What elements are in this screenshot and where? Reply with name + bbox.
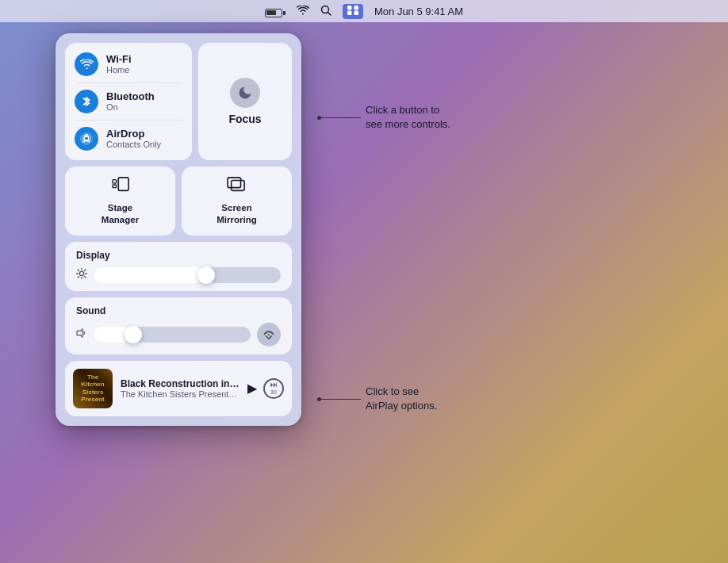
callout-text-airplay: Click to seeAirPlay options. (366, 385, 437, 413)
sound-label: Sound (76, 305, 281, 316)
stage-manager-label: StageManager (102, 202, 139, 226)
display-label: Display (76, 250, 281, 261)
airplay-callout: Click to seeAirPlay options. (317, 385, 437, 413)
volume-icon (76, 328, 87, 340)
top-section: Wi-Fi Home Bluetooth On (65, 43, 292, 160)
wifi-sublabel: Home (106, 65, 132, 75)
stage-manager-icon (111, 176, 130, 198)
album-art: The Kitchen Sisters Present (73, 369, 113, 408)
callout-text-focus: Click a button tosee more controls. (366, 103, 450, 132)
callout-line-airplay (321, 399, 361, 400)
menubar-right-items: Mon Jun 5 9:41 AM (265, 4, 463, 19)
sound-volume-track[interactable] (94, 327, 251, 343)
focus-moon-icon (230, 78, 260, 108)
screen-mirroring-label: ScreenMirroring (216, 202, 256, 226)
wifi-toggle-icon (75, 52, 98, 76)
connectivity-panel: Wi-Fi Home Bluetooth On (65, 43, 192, 160)
focus-panel[interactable]: Focus (198, 43, 292, 160)
middle-section: StageManager ScreenMirroring (65, 167, 292, 236)
svg-line-1 (328, 12, 331, 15)
focus-callout: Click a button tosee more controls. (317, 103, 450, 132)
now-playing-info: Black Reconstruction in America... The K… (121, 378, 239, 399)
wifi-text: Wi-Fi Home (106, 53, 132, 76)
wifi-item[interactable]: Wi-Fi Home (65, 46, 192, 82)
svg-rect-11 (112, 185, 116, 188)
screen-mirroring-icon (227, 176, 247, 198)
play-button[interactable]: ▶ (247, 381, 257, 396)
svg-rect-10 (112, 180, 116, 184)
svg-point-24 (268, 334, 270, 335)
svg-point-7 (82, 135, 91, 144)
sound-section: Sound (65, 297, 292, 354)
skip-forward-icon: ⏭ 30 (270, 381, 278, 395)
now-playing-subtitle: The Kitchen Sisters Present – March 7, 2… (121, 389, 239, 399)
control-center-panel: Wi-Fi Home Bluetooth On (56, 33, 301, 426)
svg-line-19 (78, 270, 79, 271)
stage-manager-button[interactable]: StageManager (65, 167, 175, 236)
skip-forward-button[interactable]: ⏭ 30 (263, 378, 284, 399)
bluetooth-toggle-icon (75, 90, 98, 113)
svg-line-20 (84, 277, 86, 278)
focus-label: Focus (228, 113, 261, 125)
airdrop-label: AirDrop (106, 128, 161, 140)
spotlight-search-icon[interactable] (320, 5, 331, 18)
menu-bar: Mon Jun 5 9:41 AM (0, 0, 728, 22)
bluetooth-label: Bluetooth (106, 90, 155, 103)
display-brightness-slider-container (76, 267, 281, 283)
wifi-label: Wi-Fi (106, 53, 132, 66)
sound-volume-thumb[interactable] (125, 326, 142, 343)
svg-rect-2 (347, 6, 352, 10)
svg-rect-3 (354, 6, 358, 10)
airdrop-toggle-icon (75, 127, 98, 151)
svg-marker-23 (77, 329, 82, 337)
now-playing-section: The Kitchen Sisters Present Black Recons… (65, 361, 292, 416)
menubar-datetime: Mon Jun 5 9:41 AM (374, 6, 463, 17)
airdrop-text: AirDrop Contacts Only (106, 128, 161, 151)
svg-line-21 (84, 270, 86, 271)
display-section: Display (65, 242, 292, 291)
bluetooth-item[interactable]: Bluetooth On (65, 83, 192, 120)
svg-rect-13 (231, 181, 244, 191)
svg-point-14 (79, 272, 83, 276)
wifi-icon (297, 5, 309, 17)
now-playing-title: Black Reconstruction in America... (121, 378, 239, 389)
svg-line-22 (78, 277, 79, 278)
callout-line-focus (321, 117, 361, 118)
sound-row (76, 323, 281, 347)
svg-rect-4 (347, 10, 352, 15)
brightness-icon (76, 268, 87, 282)
airplay-button[interactable] (257, 323, 281, 347)
svg-rect-12 (228, 178, 241, 188)
airdrop-sublabel: Contacts Only (106, 140, 161, 150)
svg-rect-5 (354, 10, 358, 15)
control-center-icon[interactable] (343, 4, 363, 19)
bluetooth-sublabel: On (106, 102, 155, 113)
screen-mirroring-button[interactable]: ScreenMirroring (182, 167, 292, 236)
svg-rect-9 (118, 178, 128, 191)
display-brightness-fill (94, 267, 206, 283)
airdrop-item[interactable]: AirDrop Contacts Only (65, 121, 192, 157)
album-art-image: The Kitchen Sisters Present (73, 369, 113, 408)
battery-icon (265, 5, 285, 17)
display-brightness-thumb[interactable] (197, 266, 215, 284)
now-playing-controls: ▶ ⏭ 30 (247, 378, 284, 399)
display-brightness-track[interactable] (94, 267, 281, 283)
bluetooth-text: Bluetooth On (106, 90, 155, 113)
